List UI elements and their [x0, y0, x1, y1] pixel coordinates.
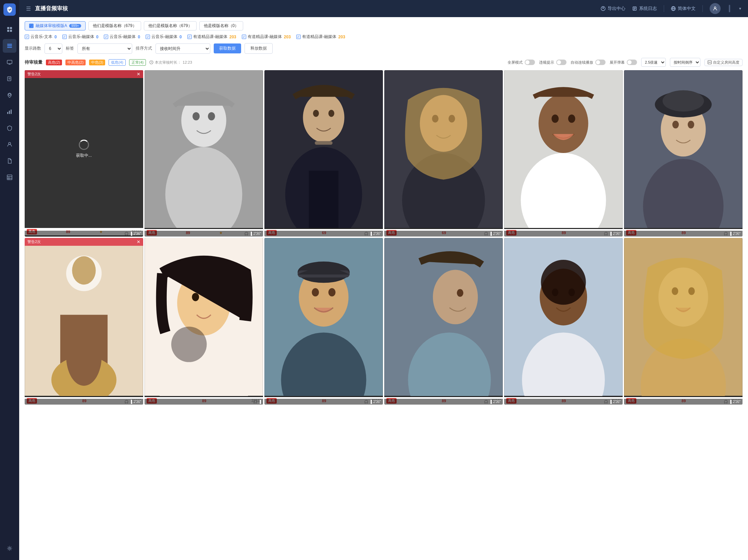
checkbox-youdao1[interactable]: 有道精品课-融媒体 203: [187, 34, 236, 40]
export-icon: [601, 6, 606, 11]
label-select[interactable]: 所有高危中危低危: [77, 43, 132, 54]
svg-rect-45: [315, 141, 333, 144]
video-info-bar-4: 🎧 ▐ 2'36": [384, 231, 503, 237]
video-info-bar-2: 🎧 ▐ 2'36": [145, 231, 263, 237]
divider: [664, 5, 664, 12]
main-content: ☰ 直播音频审核 导出中心 系统日志 简体中文: [19, 0, 748, 560]
checkbox-youdao2[interactable]: 有道精品课-融媒体 203: [242, 34, 291, 40]
popup-switch[interactable]: [627, 60, 637, 65]
low-badge[interactable]: 低危(4): [109, 59, 125, 66]
video-info-bar-8: 🎧 ▐: [145, 399, 263, 405]
chevron-down-icon[interactable]: ▾: [739, 6, 741, 11]
video-card-3[interactable]: 🎧 ▐ 2'36" 高危 69 21'11": [264, 70, 383, 237]
globe-icon: [671, 6, 676, 11]
video-card-10[interactable]: 🎧 ▐ 2'36" 高危 89 21'11": [384, 238, 503, 404]
system-log-button[interactable]: 系统日志: [632, 5, 657, 12]
autoplay-switch[interactable]: [595, 60, 606, 65]
face-image-dark-hair-woman: [145, 238, 263, 396]
svg-point-78: [312, 288, 319, 296]
video-info-bar-6: 🎧 ▐ 2'36": [624, 231, 743, 237]
checkbox-youdao3[interactable]: 有道精品课-融媒体 203: [296, 34, 345, 40]
sidebar-icon-list[interactable]: [3, 39, 16, 53]
svg-point-72: [192, 293, 199, 301]
sort-time-select[interactable]: 按时间倒序按时间升序: [670, 58, 700, 67]
page-title: 直播音频审核: [35, 5, 601, 12]
sort-select[interactable]: 接收时间升接收时间降风险值升风险值降: [155, 43, 210, 54]
sidebar-icon-user[interactable]: [3, 138, 16, 151]
violation-toggle[interactable]: 违规提示: [539, 60, 566, 65]
display-count-select[interactable]: 6912: [45, 43, 62, 54]
release-data-button[interactable]: 释放数据: [245, 43, 273, 54]
svg-point-79: [328, 288, 336, 296]
filter-tab-2[interactable]: 他们是模版名称（679）: [144, 21, 197, 30]
checkbox-icon: [146, 35, 150, 39]
face-image-sitting-man: [25, 238, 143, 396]
checkbox-icon: [104, 35, 108, 39]
avatar[interactable]: [710, 3, 721, 14]
checkbox-icon: [296, 35, 301, 39]
video-card-8[interactable]: 🎧 ▐ 高危 89 21'11": [145, 238, 263, 404]
svg-point-55: [568, 115, 575, 123]
popup-toggle[interactable]: 展开弹幕: [610, 60, 637, 65]
fullscreen-toggle[interactable]: 全屏模式: [508, 60, 535, 65]
sidebar-icon-monitor[interactable]: [3, 55, 16, 69]
video-card-11[interactable]: 🎧 ▐ 2'36" 高危 89 21'11": [504, 238, 623, 404]
close-icon[interactable]: ✕: [137, 72, 140, 77]
face-image-blonde-lean-woman: [624, 238, 743, 396]
fetch-data-button[interactable]: 获取数据: [214, 43, 241, 53]
language-button[interactable]: 简体中文: [671, 5, 696, 12]
video-card-12[interactable]: 🎧 ▐ 2'36" 高危 89 21'11": [624, 238, 743, 404]
svg-point-43: [313, 110, 319, 117]
video-info-bar-7: 🎧 ▐ 2'36": [25, 399, 143, 405]
fullscreen-switch[interactable]: [525, 60, 535, 65]
review-header: 待审核量 高危(2) 中高危(2) 中危(3) 低危(4) 正常(4) 本次审核…: [25, 58, 743, 67]
close-icon[interactable]: ✕: [137, 239, 140, 244]
sidebar-icon-chart[interactable]: [3, 105, 16, 118]
sort-label: 排序方式: [136, 46, 152, 51]
sidebar-icon-table[interactable]: [3, 170, 16, 184]
video-card-9[interactable]: 🎧 ▐ 2'36" 高危 89 21'11": [264, 238, 383, 404]
checkbox-yunmusic-media2[interactable]: 云音乐-融媒体 0: [104, 34, 140, 40]
sidebar-icon-file[interactable]: [3, 154, 16, 168]
violation-switch[interactable]: [556, 60, 566, 65]
video-card-5[interactable]: 🎧 ▐ 2'36" 高危 89 21'11": [504, 70, 623, 237]
svg-point-44: [328, 110, 334, 117]
high-danger-badge[interactable]: 高危(2): [46, 60, 62, 65]
checkbox-yunmusic-media1[interactable]: 云音乐-融媒体 0: [62, 34, 99, 40]
sidebar-icon-book[interactable]: [3, 72, 16, 86]
speed-select[interactable]: 2.5倍速1x1.5x2x: [641, 58, 666, 67]
ok-badge[interactable]: 正常(4): [129, 59, 146, 66]
svg-rect-2: [7, 30, 9, 32]
mid-high-badge[interactable]: 中高危(2): [65, 60, 85, 65]
svg-point-16: [9, 142, 11, 144]
svg-rect-3: [10, 30, 12, 32]
sidebar-icon-location[interactable]: [3, 88, 16, 102]
menu-toggle-icon[interactable]: ☰: [26, 5, 31, 12]
autoplay-toggle[interactable]: 自动连续播放: [571, 60, 606, 65]
video-info-bar-9: 🎧 ▐ 2'36": [264, 399, 383, 405]
mid-badge[interactable]: 中危(3): [89, 60, 105, 65]
alert-banner-7: 警告2次 ✕: [25, 238, 143, 246]
export-center-button[interactable]: 导出中心: [601, 5, 625, 12]
sidebar-icon-settings[interactable]: [3, 542, 16, 555]
checkbox-yunmusic-media3[interactable]: 云音乐-融媒体 0: [146, 34, 182, 40]
sidebar-icon-grid[interactable]: [3, 23, 16, 36]
video-card-2[interactable]: 🎧 ▐ 2'36" 高危 89 ★ 21'11": [145, 70, 263, 237]
review-controls: 全屏模式 违规提示 自动连续播放 展开弹幕 2.5倍速1x1.5x2x: [508, 58, 743, 67]
svg-point-30: [714, 7, 716, 9]
video-info-bar-3: 🎧 ▐ 2'36": [264, 231, 383, 237]
svg-point-37: [192, 112, 200, 120]
video-card-7[interactable]: 警告2次 ✕ 🎧 ▐ 2'36" 高危: [25, 238, 143, 404]
face-image-side-man: [384, 238, 503, 396]
checkbox-yunmusic-text[interactable]: 云音乐-文本 0: [25, 34, 57, 40]
video-card-6[interactable]: 🎧 ▐ 2'36" 高危 89 21'11": [624, 70, 743, 237]
svg-rect-4: [7, 44, 12, 45]
video-card-1[interactable]: 警告2次 ✕ 获取中... 🎧 ▐ 2'36" 高危 89 ★ 21'11": [25, 70, 143, 237]
custom-height-button[interactable]: 自定义房间高度: [705, 59, 743, 66]
filter-tab-0[interactable]: ✓ 融媒体审核模版A 999+: [25, 21, 86, 30]
svg-point-62: [663, 90, 704, 112]
sidebar-icon-shield[interactable]: [3, 121, 16, 135]
filter-tab-3[interactable]: 他是模版名称（0）: [199, 21, 244, 30]
video-card-4[interactable]: 🎧 ▐ 2'36" 高危 69 21'11": [384, 70, 503, 237]
filter-tab-1[interactable]: 他们是模版名称（679）: [88, 21, 141, 30]
